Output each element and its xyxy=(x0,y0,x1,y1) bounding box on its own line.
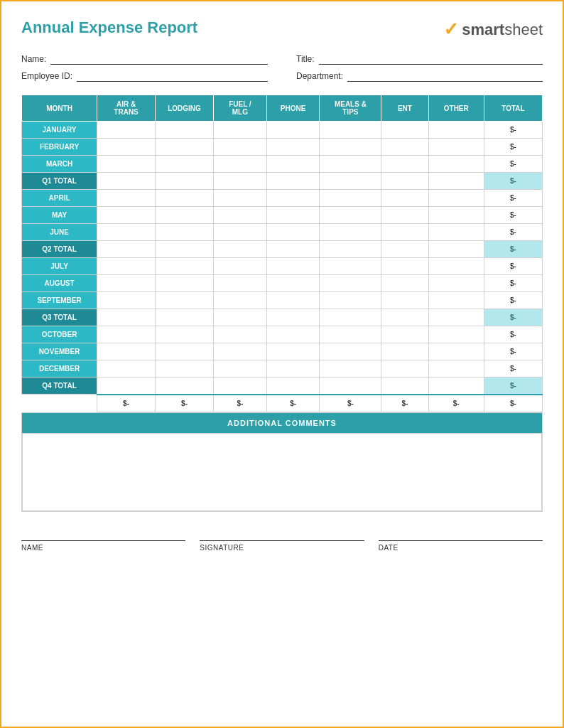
lodging-cell[interactable] xyxy=(156,326,214,343)
ent-cell[interactable] xyxy=(381,343,428,360)
ent-cell[interactable] xyxy=(381,292,428,309)
phone-cell[interactable] xyxy=(266,275,320,292)
fuel-cell[interactable] xyxy=(214,326,267,343)
lodging-cell[interactable] xyxy=(156,156,214,173)
air-cell[interactable] xyxy=(97,258,156,275)
ent-cell[interactable] xyxy=(381,275,428,292)
employee-id-input[interactable] xyxy=(77,70,268,82)
meals-cell[interactable] xyxy=(320,241,381,258)
air-cell[interactable] xyxy=(97,173,156,190)
phone-cell[interactable] xyxy=(266,241,320,258)
lodging-cell[interactable] xyxy=(156,292,214,309)
fuel-cell[interactable] xyxy=(214,122,267,139)
lodging-cell[interactable] xyxy=(156,360,214,378)
fuel-cell[interactable] xyxy=(214,173,267,190)
title-input[interactable] xyxy=(319,53,543,65)
fuel-cell[interactable] xyxy=(214,139,267,156)
total-cell[interactable]: $- xyxy=(484,343,542,360)
fuel-cell[interactable] xyxy=(214,156,267,173)
air-cell[interactable] xyxy=(97,378,156,395)
phone-cell[interactable] xyxy=(266,360,320,378)
air-cell[interactable] xyxy=(97,156,156,173)
other-cell[interactable] xyxy=(428,309,484,326)
air-cell[interactable] xyxy=(97,190,156,207)
air-cell[interactable] xyxy=(97,343,156,360)
total-cell[interactable]: $- xyxy=(484,258,542,275)
ent-cell[interactable] xyxy=(381,360,428,378)
lodging-cell[interactable] xyxy=(156,224,214,241)
fuel-cell[interactable] xyxy=(214,378,267,395)
meals-cell[interactable] xyxy=(320,122,381,139)
lodging-cell[interactable] xyxy=(156,343,214,360)
phone-cell[interactable] xyxy=(266,190,320,207)
air-cell[interactable] xyxy=(97,292,156,309)
other-cell[interactable] xyxy=(428,360,484,378)
ent-cell[interactable] xyxy=(381,156,428,173)
other-cell[interactable] xyxy=(428,343,484,360)
lodging-cell[interactable] xyxy=(156,258,214,275)
lodging-cell[interactable] xyxy=(156,309,214,326)
meals-cell[interactable] xyxy=(320,292,381,309)
total-cell[interactable]: $- xyxy=(484,122,542,139)
fuel-cell[interactable] xyxy=(214,360,267,378)
phone-cell[interactable] xyxy=(266,258,320,275)
grand-total-meals[interactable]: $- xyxy=(320,395,381,412)
phone-cell[interactable] xyxy=(266,343,320,360)
meals-cell[interactable] xyxy=(320,378,381,395)
other-cell[interactable] xyxy=(428,275,484,292)
grand-total-ent[interactable]: $- xyxy=(381,395,428,412)
ent-cell[interactable] xyxy=(381,258,428,275)
phone-cell[interactable] xyxy=(266,173,320,190)
phone-cell[interactable] xyxy=(266,378,320,395)
other-cell[interactable] xyxy=(428,258,484,275)
other-cell[interactable] xyxy=(428,326,484,343)
fuel-cell[interactable] xyxy=(214,309,267,326)
air-cell[interactable] xyxy=(97,360,156,378)
ent-cell[interactable] xyxy=(381,207,428,224)
lodging-cell[interactable] xyxy=(156,275,214,292)
meals-cell[interactable] xyxy=(320,139,381,156)
grand-total-phone[interactable]: $- xyxy=(266,395,320,412)
total-cell[interactable]: $- xyxy=(484,241,542,258)
ent-cell[interactable] xyxy=(381,122,428,139)
fuel-cell[interactable] xyxy=(214,190,267,207)
lodging-cell[interactable] xyxy=(156,139,214,156)
lodging-cell[interactable] xyxy=(156,378,214,395)
other-cell[interactable] xyxy=(428,378,484,395)
total-cell[interactable]: $- xyxy=(484,139,542,156)
lodging-cell[interactable] xyxy=(156,122,214,139)
total-cell[interactable]: $- xyxy=(484,360,542,378)
air-cell[interactable] xyxy=(97,207,156,224)
meals-cell[interactable] xyxy=(320,190,381,207)
other-cell[interactable] xyxy=(428,190,484,207)
ent-cell[interactable] xyxy=(381,378,428,395)
ent-cell[interactable] xyxy=(381,224,428,241)
grand-total-total[interactable]: $- xyxy=(484,395,542,412)
lodging-cell[interactable] xyxy=(156,190,214,207)
phone-cell[interactable] xyxy=(266,207,320,224)
lodging-cell[interactable] xyxy=(156,241,214,258)
total-cell[interactable]: $- xyxy=(484,173,542,190)
other-cell[interactable] xyxy=(428,292,484,309)
air-cell[interactable] xyxy=(97,224,156,241)
fuel-cell[interactable] xyxy=(214,224,267,241)
air-cell[interactable] xyxy=(97,139,156,156)
total-cell[interactable]: $- xyxy=(484,207,542,224)
fuel-cell[interactable] xyxy=(214,292,267,309)
phone-cell[interactable] xyxy=(266,224,320,241)
total-cell[interactable]: $- xyxy=(484,378,542,395)
meals-cell[interactable] xyxy=(320,309,381,326)
grand-total-other[interactable]: $- xyxy=(428,395,484,412)
total-cell[interactable]: $- xyxy=(484,292,542,309)
meals-cell[interactable] xyxy=(320,258,381,275)
ent-cell[interactable] xyxy=(381,139,428,156)
ent-cell[interactable] xyxy=(381,309,428,326)
ent-cell[interactable] xyxy=(381,326,428,343)
phone-cell[interactable] xyxy=(266,156,320,173)
other-cell[interactable] xyxy=(428,224,484,241)
total-cell[interactable]: $- xyxy=(484,309,542,326)
meals-cell[interactable] xyxy=(320,343,381,360)
total-cell[interactable]: $- xyxy=(484,275,542,292)
other-cell[interactable] xyxy=(428,173,484,190)
phone-cell[interactable] xyxy=(266,122,320,139)
